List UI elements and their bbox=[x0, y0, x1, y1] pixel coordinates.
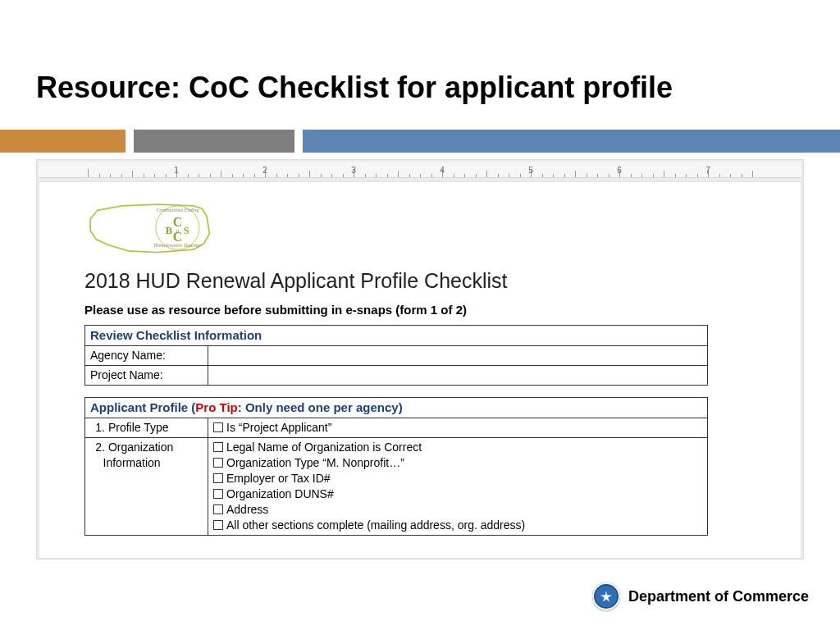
check-item: Employer or Tax ID# bbox=[226, 472, 331, 485]
row-items: Is “Project Applicant” bbox=[208, 418, 708, 438]
table-row: Project Name: bbox=[85, 366, 708, 386]
check-item: Legal Name of Organization is Correct bbox=[226, 441, 422, 454]
table-row: 2. Organization Information Legal Name o… bbox=[85, 438, 708, 535]
check-item: Is “Project Applicant” bbox=[226, 421, 331, 434]
embedded-document-view: 1234567 Communities Ending Homelessness … bbox=[36, 159, 804, 559]
svg-text:Homelessness Together: Homelessness Together bbox=[153, 243, 202, 249]
checkbox-icon bbox=[213, 442, 223, 452]
svg-text:B: B bbox=[166, 225, 172, 236]
row-items: Legal Name of Organization is CorrectOrg… bbox=[208, 438, 708, 535]
check-item: Address bbox=[226, 503, 268, 516]
document-title: 2018 HUD Renewal Applicant Profile Check… bbox=[84, 269, 760, 293]
review-checklist-table: Review Checklist Information Agency Name… bbox=[84, 325, 708, 386]
coc-logo: Communities Ending Homelessness Together… bbox=[84, 199, 244, 264]
agency-name-label: Agency Name: bbox=[85, 346, 208, 366]
row-label-text: Profile Type bbox=[108, 421, 169, 434]
row-num: 1. bbox=[90, 420, 105, 436]
accent-color-bars bbox=[0, 130, 840, 153]
table-row: Agency Name: bbox=[85, 346, 708, 366]
review-header: Review Checklist Information bbox=[85, 326, 708, 346]
check-item: All other sections complete (mailing add… bbox=[226, 518, 525, 532]
bar-blue bbox=[303, 130, 840, 153]
applicant-profile-table: Applicant Profile (Pro Tip: Only need on… bbox=[84, 397, 708, 535]
ruler: 1234567 bbox=[39, 162, 801, 178]
document-subtitle: Please use as resource before submitting… bbox=[84, 303, 760, 317]
svg-text:Communities Ending: Communities Ending bbox=[156, 207, 199, 212]
checkbox-icon bbox=[213, 458, 223, 468]
profile-header: Applicant Profile (Pro Tip: Only need on… bbox=[85, 398, 708, 418]
profile-header-suffix: : Only need one per agency) bbox=[238, 400, 403, 414]
row-label: 2. Organization Information bbox=[85, 438, 208, 535]
checkbox-icon bbox=[213, 504, 223, 514]
check-item: Organization DUNS# bbox=[226, 487, 334, 500]
svg-text:C: C bbox=[173, 230, 183, 244]
agency-name-value bbox=[208, 346, 708, 366]
table-row: 1. Profile Type Is “Project Applicant” bbox=[85, 418, 708, 438]
checkbox-icon bbox=[213, 489, 223, 499]
project-name-value bbox=[208, 366, 708, 386]
wa-seal-icon bbox=[592, 582, 620, 610]
bar-orange bbox=[0, 130, 126, 153]
document-page: Communities Ending Homelessness Together… bbox=[39, 181, 801, 559]
svg-text:S: S bbox=[184, 225, 189, 236]
profile-header-prefix: Applicant Profile ( bbox=[90, 400, 195, 414]
row-num: 2. bbox=[90, 440, 105, 455]
slide-title: Resource: CoC Checklist for applicant pr… bbox=[36, 71, 673, 105]
bar-gray bbox=[134, 130, 294, 153]
footer-brand: Department of Commerce bbox=[592, 582, 809, 610]
checkbox-icon bbox=[213, 520, 223, 530]
checkbox-icon bbox=[213, 473, 223, 483]
checkbox-icon bbox=[213, 422, 223, 432]
project-name-label: Project Name: bbox=[85, 366, 208, 386]
check-item: Organization Type “M. Nonprofit…” bbox=[226, 456, 404, 469]
profile-header-protip: Pro Tip bbox=[195, 400, 237, 414]
row-label: 1. Profile Type bbox=[85, 418, 208, 438]
footer-brand-text: Department of Commerce bbox=[628, 588, 809, 605]
